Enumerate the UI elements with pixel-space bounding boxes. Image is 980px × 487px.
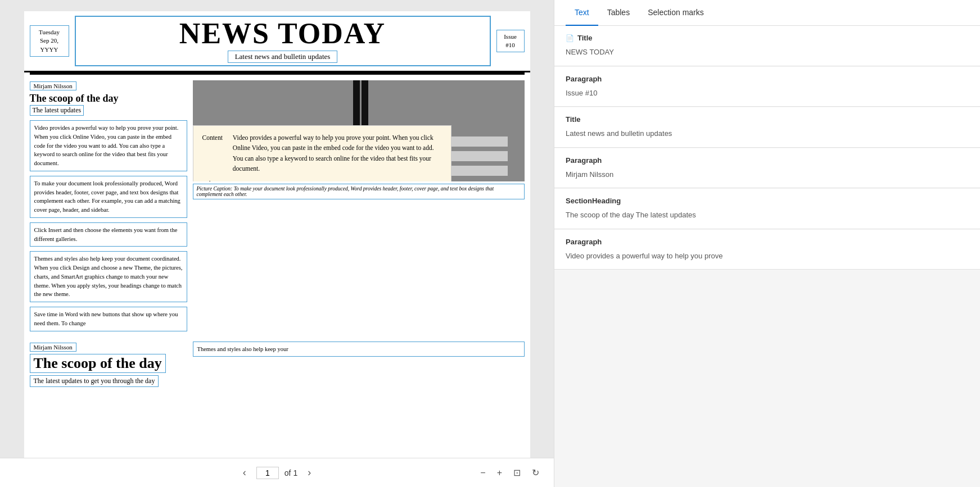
text-block-5: Save time in Word with new buttons that … xyxy=(30,307,187,331)
left-column: Mirjam Nilsson The scoop of the day The … xyxy=(30,80,187,336)
lower-section: Mirjam Nilsson The scoop of the day The … xyxy=(24,342,530,396)
tab-tables[interactable]: Tables xyxy=(598,0,639,26)
result-section-4: Paragraph Mirjam Nilsson xyxy=(554,148,980,189)
tab-text-label: Text xyxy=(575,8,589,17)
caption-box: Picture Caption: To make your document l… xyxy=(193,184,525,199)
right-panel-content[interactable]: 📄 Title NEWS TODAY Paragraph Issue #10 T… xyxy=(554,26,980,487)
result-section-1-header: 📄 Title xyxy=(566,34,969,42)
date-box: Tuesday Sep 20, YYYY xyxy=(30,25,69,57)
date-line1: Tuesday xyxy=(39,29,60,35)
title-icon-1: 📄 xyxy=(566,34,574,42)
result-label-3: Title xyxy=(566,115,581,124)
lower-right-text: Themes and styles also help keep your xyxy=(193,342,525,357)
result-section-4-header: Paragraph xyxy=(566,156,969,165)
result-section-6-header: Paragraph xyxy=(566,238,969,246)
zoom-controls: − + ⊡ ↻ xyxy=(477,465,543,480)
rotate-button[interactable]: ↻ xyxy=(529,465,543,480)
result-label-1: Title xyxy=(577,34,593,42)
subheading-box: The latest updates to get you through th… xyxy=(30,375,159,387)
result-section-1: 📄 Title NEWS TODAY xyxy=(554,26,980,66)
result-value-1: NEWS TODAY xyxy=(566,47,969,58)
lower-right: Themes and styles also help keep your xyxy=(193,342,525,390)
next-page-button[interactable]: › xyxy=(303,465,315,481)
section-heading-large: The scoop of the day xyxy=(30,354,166,373)
svg-rect-4 xyxy=(353,80,360,131)
newspaper-title: NEWS TODAY xyxy=(82,19,484,48)
issue-box: Issue #10 xyxy=(496,30,525,53)
prev-page-button[interactable]: ‹ xyxy=(238,465,251,481)
document-viewer: Tuesday Sep 20, YYYY NEWS TODAY Latest n… xyxy=(0,0,554,487)
tooltip-content-label: Content xyxy=(202,134,223,141)
tab-tables-label: Tables xyxy=(607,8,630,17)
result-label-5: SectionHeading xyxy=(566,197,621,205)
tab-selection-marks-label: Selection marks xyxy=(648,8,704,17)
tab-selection-marks[interactable]: Selection marks xyxy=(639,0,713,26)
newspaper-subtitle: Latest news and bulletin updates xyxy=(228,51,338,63)
result-value-4: Mirjam Nilsson xyxy=(566,169,969,180)
document-page[interactable]: Tuesday Sep 20, YYYY NEWS TODAY Latest n… xyxy=(0,0,554,458)
issue-line2: #10 xyxy=(505,42,515,48)
result-section-5: SectionHeading The scoop of the day The … xyxy=(554,189,980,229)
text-block-2: To make your document look professionall… xyxy=(30,176,187,218)
author-box-top: Mirjam Nilsson xyxy=(30,81,76,90)
newspaper-page: Tuesday Sep 20, YYYY NEWS TODAY Latest n… xyxy=(24,11,530,458)
result-section-2-header: Paragraph xyxy=(566,75,969,83)
date-line3: YYYY xyxy=(40,46,58,53)
zoom-in-button[interactable]: + xyxy=(494,465,505,480)
text-block-1: Video provides a powerful way to help yo… xyxy=(30,120,187,171)
page-of-label: of 1 xyxy=(284,468,297,477)
result-value-3: Latest news and bulletin updates xyxy=(566,128,969,139)
section-heading-top: The scoop of the day xyxy=(30,93,187,104)
text-block-5-content: Save time in Word with new buttons that … xyxy=(34,311,178,326)
text-block-3: Click Insert and then choose the element… xyxy=(30,222,187,247)
right-panel-tabs: Text Tables Selection marks xyxy=(554,0,980,26)
pagination-bar: ‹ of 1 › − + ⊡ ↻ xyxy=(0,458,554,487)
result-value-5: The scoop of the day The latest updates xyxy=(566,210,969,221)
zoom-out-button[interactable]: − xyxy=(477,465,489,480)
tooltip-polygon-text: 59, 195, 262, 195, 262, 275, 59, 275 xyxy=(233,180,327,181)
text-block-4-content: Themes and styles also help keep your do… xyxy=(34,256,183,297)
result-label-4: Paragraph xyxy=(566,156,602,165)
result-section-3-header: Title xyxy=(566,115,969,124)
result-section-3: Title Latest news and bulletin updates xyxy=(554,107,980,148)
text-block-1-content: Video provides a powerful way to help yo… xyxy=(34,125,179,166)
date-line2: Sep 20, xyxy=(40,37,58,44)
page-number-input[interactable] xyxy=(256,467,279,479)
photo-area: Content Video provides a powerful way to… xyxy=(193,80,525,181)
result-label-6: Paragraph xyxy=(566,238,602,246)
tab-text[interactable]: Text xyxy=(566,0,598,26)
result-value-6: Video provides a powerful way to help yo… xyxy=(566,251,969,262)
result-section-5-header: SectionHeading xyxy=(566,197,969,205)
right-panel: Text Tables Selection marks 📄 Title NEWS… xyxy=(554,0,980,487)
author-box-lower: Mirjam Nilsson xyxy=(30,343,76,352)
fit-page-button[interactable]: ⊡ xyxy=(510,465,524,480)
newspaper-content: Mirjam Nilsson The scoop of the day The … xyxy=(24,75,530,342)
right-column: Content Video provides a powerful way to… xyxy=(193,80,525,336)
tooltip-polygon-label: Polygon xyxy=(202,180,224,181)
result-section-2: Paragraph Issue #10 xyxy=(554,67,980,107)
text-block-3-content: Click Insert and then choose the element… xyxy=(34,227,178,242)
content-tooltip: Content Video provides a powerful way to… xyxy=(193,125,451,181)
newspaper-header: Tuesday Sep 20, YYYY NEWS TODAY Latest n… xyxy=(24,11,530,72)
section-subheading-top: The latest updates xyxy=(30,105,84,116)
result-value-2: Issue #10 xyxy=(566,88,969,99)
result-section-6: Paragraph Video provides a powerful way … xyxy=(554,230,980,270)
result-label-2: Paragraph xyxy=(566,75,602,83)
text-block-2-content: To make your document look professionall… xyxy=(34,180,180,213)
lower-left: Mirjam Nilsson The scoop of the day The … xyxy=(30,342,187,390)
issue-line1: Issue xyxy=(504,33,517,40)
title-center: NEWS TODAY Latest news and bulletin upda… xyxy=(75,16,491,66)
svg-rect-5 xyxy=(362,80,368,131)
tooltip-content-text: Video provides a powerful way to help yo… xyxy=(233,134,434,172)
text-block-4: Themes and styles also help keep your do… xyxy=(30,251,187,302)
